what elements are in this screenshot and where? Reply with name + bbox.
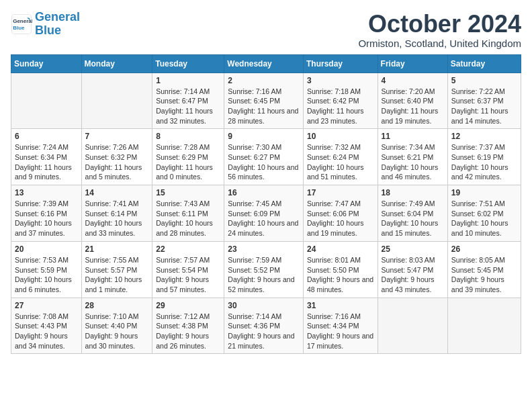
day-cell: 16Sunrise: 7:45 AM Sunset: 6:09 PM Dayli…	[224, 185, 304, 242]
day-number: 13	[15, 188, 78, 197]
day-number: 30	[228, 301, 300, 310]
calendar-header-row: SundayMondayTuesdayWednesdayThursdayFrid…	[11, 54, 521, 73]
day-number: 10	[307, 132, 374, 141]
day-number: 28	[85, 301, 149, 310]
column-header-tuesday: Tuesday	[152, 54, 224, 73]
day-cell	[81, 73, 152, 129]
day-number: 3	[307, 76, 374, 85]
day-number: 8	[156, 132, 220, 141]
column-header-thursday: Thursday	[303, 54, 378, 73]
column-header-friday: Friday	[378, 54, 447, 73]
day-cell: 31Sunrise: 7:16 AM Sunset: 4:34 PM Dayli…	[303, 298, 378, 354]
day-info: Sunrise: 7:41 AM Sunset: 6:14 PM Dayligh…	[85, 199, 149, 238]
day-number: 9	[228, 132, 300, 141]
day-cell: 8Sunrise: 7:28 AM Sunset: 6:29 PM Daylig…	[152, 129, 224, 185]
day-number: 24	[307, 244, 374, 254]
day-cell: 27Sunrise: 7:08 AM Sunset: 4:43 PM Dayli…	[11, 298, 82, 354]
day-cell: 25Sunrise: 8:03 AM Sunset: 5:47 PM Dayli…	[378, 241, 447, 298]
day-info: Sunrise: 7:12 AM Sunset: 4:38 PM Dayligh…	[156, 312, 220, 351]
column-header-sunday: Sunday	[11, 54, 82, 73]
day-info: Sunrise: 7:47 AM Sunset: 6:06 PM Dayligh…	[307, 199, 374, 238]
day-number: 17	[307, 188, 374, 197]
day-cell: 15Sunrise: 7:43 AM Sunset: 6:11 PM Dayli…	[152, 185, 224, 242]
day-info: Sunrise: 7:14 AM Sunset: 4:36 PM Dayligh…	[228, 312, 300, 351]
day-cell: 26Sunrise: 8:05 AM Sunset: 5:45 PM Dayli…	[447, 241, 521, 298]
day-cell: 24Sunrise: 8:01 AM Sunset: 5:50 PM Dayli…	[303, 241, 378, 298]
day-cell: 9Sunrise: 7:30 AM Sunset: 6:27 PM Daylig…	[224, 129, 304, 185]
day-cell: 22Sunrise: 7:57 AM Sunset: 5:54 PM Dayli…	[152, 241, 224, 298]
day-number: 2	[228, 76, 300, 85]
day-info: Sunrise: 7:14 AM Sunset: 6:47 PM Dayligh…	[156, 87, 220, 126]
day-number: 25	[382, 244, 444, 254]
day-number: 11	[382, 132, 444, 141]
day-cell: 13Sunrise: 7:39 AM Sunset: 6:16 PM Dayli…	[11, 185, 82, 242]
day-cell: 7Sunrise: 7:26 AM Sunset: 6:32 PM Daylig…	[81, 129, 152, 185]
day-number: 26	[451, 244, 517, 254]
day-info: Sunrise: 7:16 AM Sunset: 6:45 PM Dayligh…	[228, 87, 300, 126]
day-info: Sunrise: 7:24 AM Sunset: 6:34 PM Dayligh…	[15, 142, 78, 182]
day-number: 14	[85, 188, 149, 197]
day-cell: 12Sunrise: 7:37 AM Sunset: 6:19 PM Dayli…	[447, 129, 521, 185]
day-info: Sunrise: 7:08 AM Sunset: 4:43 PM Dayligh…	[15, 312, 78, 351]
day-info: Sunrise: 8:01 AM Sunset: 5:50 PM Dayligh…	[307, 255, 374, 295]
day-cell: 20Sunrise: 7:53 AM Sunset: 5:59 PM Dayli…	[11, 241, 82, 298]
day-info: Sunrise: 7:30 AM Sunset: 6:27 PM Dayligh…	[228, 142, 300, 182]
day-cell	[447, 298, 521, 354]
day-info: Sunrise: 7:49 AM Sunset: 6:04 PM Dayligh…	[382, 199, 444, 238]
column-header-saturday: Saturday	[447, 54, 521, 73]
day-info: Sunrise: 7:37 AM Sunset: 6:19 PM Dayligh…	[451, 142, 517, 182]
logo-icon: General Blue	[11, 13, 32, 35]
day-info: Sunrise: 7:43 AM Sunset: 6:11 PM Dayligh…	[156, 199, 220, 238]
day-cell: 6Sunrise: 7:24 AM Sunset: 6:34 PM Daylig…	[11, 129, 82, 185]
day-number: 22	[156, 244, 220, 254]
week-row-2: 6Sunrise: 7:24 AM Sunset: 6:34 PM Daylig…	[11, 129, 521, 185]
day-cell: 23Sunrise: 7:59 AM Sunset: 5:52 PM Dayli…	[224, 241, 304, 298]
week-row-5: 27Sunrise: 7:08 AM Sunset: 4:43 PM Dayli…	[11, 298, 521, 354]
title-block: October 2024 Ormiston, Scotland, United …	[358, 11, 521, 49]
day-number: 15	[156, 188, 220, 197]
day-number: 18	[382, 188, 444, 197]
day-cell: 29Sunrise: 7:12 AM Sunset: 4:38 PM Dayli…	[152, 298, 224, 354]
day-cell: 19Sunrise: 7:51 AM Sunset: 6:02 PM Dayli…	[447, 185, 521, 242]
day-number: 6	[15, 132, 78, 141]
day-cell: 21Sunrise: 7:55 AM Sunset: 5:57 PM Dayli…	[81, 241, 152, 298]
day-info: Sunrise: 7:55 AM Sunset: 5:57 PM Dayligh…	[85, 255, 149, 295]
logo-text: GeneralBlue	[35, 11, 80, 38]
day-info: Sunrise: 7:39 AM Sunset: 6:16 PM Dayligh…	[15, 199, 78, 238]
day-number: 23	[228, 244, 300, 254]
day-cell: 5Sunrise: 7:22 AM Sunset: 6:37 PM Daylig…	[447, 73, 521, 129]
day-cell: 30Sunrise: 7:14 AM Sunset: 4:36 PM Dayli…	[224, 298, 304, 354]
day-number: 16	[228, 188, 300, 197]
day-info: Sunrise: 7:10 AM Sunset: 4:40 PM Dayligh…	[85, 312, 149, 351]
day-info: Sunrise: 7:34 AM Sunset: 6:21 PM Dayligh…	[382, 142, 444, 182]
day-info: Sunrise: 7:26 AM Sunset: 6:32 PM Dayligh…	[85, 142, 149, 182]
day-cell	[11, 73, 82, 129]
day-number: 4	[382, 76, 444, 85]
day-info: Sunrise: 7:59 AM Sunset: 5:52 PM Dayligh…	[228, 255, 300, 295]
day-number: 19	[451, 188, 517, 197]
day-info: Sunrise: 8:05 AM Sunset: 5:45 PM Dayligh…	[451, 255, 517, 295]
day-info: Sunrise: 8:03 AM Sunset: 5:47 PM Dayligh…	[382, 255, 444, 295]
day-cell: 28Sunrise: 7:10 AM Sunset: 4:40 PM Dayli…	[81, 298, 152, 354]
day-number: 20	[15, 244, 78, 254]
day-info: Sunrise: 7:28 AM Sunset: 6:29 PM Dayligh…	[156, 142, 220, 182]
day-number: 1	[156, 76, 220, 85]
month-title: October 2024	[358, 11, 521, 38]
day-cell: 10Sunrise: 7:32 AM Sunset: 6:24 PM Dayli…	[303, 129, 378, 185]
svg-text:Blue: Blue	[13, 25, 25, 31]
logo: General Blue GeneralBlue	[11, 11, 80, 38]
day-number: 12	[451, 132, 517, 141]
day-cell: 17Sunrise: 7:47 AM Sunset: 6:06 PM Dayli…	[303, 185, 378, 242]
day-number: 5	[451, 76, 517, 85]
day-info: Sunrise: 7:16 AM Sunset: 4:34 PM Dayligh…	[307, 312, 374, 351]
column-header-monday: Monday	[81, 54, 152, 73]
week-row-4: 20Sunrise: 7:53 AM Sunset: 5:59 PM Dayli…	[11, 241, 521, 298]
day-cell: 18Sunrise: 7:49 AM Sunset: 6:04 PM Dayli…	[378, 185, 447, 242]
day-number: 29	[156, 301, 220, 310]
day-info: Sunrise: 7:45 AM Sunset: 6:09 PM Dayligh…	[228, 199, 300, 238]
day-cell: 4Sunrise: 7:20 AM Sunset: 6:40 PM Daylig…	[378, 73, 447, 129]
column-header-wednesday: Wednesday	[224, 54, 304, 73]
day-cell: 14Sunrise: 7:41 AM Sunset: 6:14 PM Dayli…	[81, 185, 152, 242]
day-number: 7	[85, 132, 149, 141]
day-info: Sunrise: 7:20 AM Sunset: 6:40 PM Dayligh…	[382, 87, 444, 126]
